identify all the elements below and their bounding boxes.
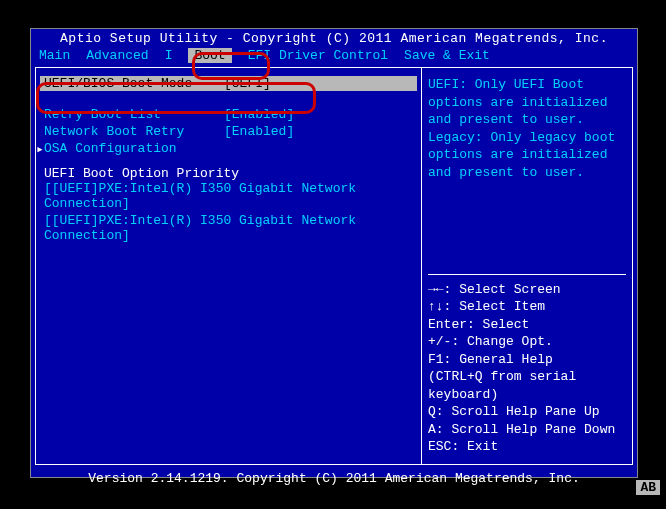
keyhelp-select-screen: →←: Select Screen bbox=[428, 281, 626, 299]
retry-boot-list-row[interactable]: Retry Boot List [Enabled] bbox=[40, 107, 417, 122]
boot-mode-row[interactable]: UEFI/BIOS Boot Mode [UEFI] bbox=[40, 76, 417, 91]
network-boot-retry-row[interactable]: Network Boot Retry [Enabled] bbox=[40, 124, 417, 139]
keyhelp-q: Q: Scroll Help Pane Up bbox=[428, 403, 626, 421]
menu-efi-driver[interactable]: EFI Driver Control bbox=[248, 48, 388, 63]
keyhelp-ctrlq2: keyboard) bbox=[428, 386, 626, 404]
network-boot-retry-value: [Enabled] bbox=[224, 124, 294, 139]
boot-mode-value: [UEFI] bbox=[224, 76, 271, 91]
header-title: Aptio Setup Utility - Copyright (C) 2011… bbox=[31, 29, 637, 48]
menu-advanced[interactable]: Advanced bbox=[86, 48, 148, 63]
retry-boot-list-value: [Enabled] bbox=[224, 107, 294, 122]
boot-mode-label: UEFI/BIOS Boot Mode bbox=[44, 76, 224, 91]
keyhelp-change-opt: +/-: Change Opt. bbox=[428, 333, 626, 351]
priority-heading: UEFI Boot Option Priority bbox=[40, 166, 417, 181]
submenu-arrow-icon: ▸ bbox=[36, 141, 44, 157]
boot-entry-0[interactable]: [[UEFI]PXE:Intel(R) I350 Gigabit Network… bbox=[40, 181, 417, 211]
network-boot-retry-label: Network Boot Retry bbox=[44, 124, 224, 139]
footer-version: Version 2.14.1219. Copyright (C) 2011 Am… bbox=[31, 469, 637, 488]
keyhelp-f1: F1: General Help bbox=[428, 351, 626, 369]
boot-entry-1[interactable]: [[UEFI]PXE:Intel(R) I350 Gigabit Network… bbox=[40, 213, 417, 243]
help-text: UEFI: Only UEFI Boot options are initial… bbox=[428, 76, 626, 268]
keyhelp-esc: ESC: Exit bbox=[428, 438, 626, 456]
menu-boot[interactable]: Boot bbox=[188, 48, 231, 63]
menu-save-exit[interactable]: Save & Exit bbox=[404, 48, 490, 63]
keyhelp-a: A: Scroll Help Pane Down bbox=[428, 421, 626, 439]
keyhelp-ctrlq1: (CTRL+Q from serial bbox=[428, 368, 626, 386]
osa-configuration-label: OSA Configuration bbox=[44, 141, 224, 156]
retry-boot-list-label: Retry Boot List bbox=[44, 107, 224, 122]
menu-i[interactable]: I bbox=[165, 48, 173, 63]
left-pane: UEFI/BIOS Boot Mode [UEFI] Retry Boot Li… bbox=[36, 68, 422, 464]
main-frame: UEFI/BIOS Boot Mode [UEFI] Retry Boot Li… bbox=[35, 67, 633, 465]
keyhelp-select-item: ↑↓: Select Item bbox=[428, 298, 626, 316]
help-divider bbox=[428, 274, 626, 275]
key-help: →←: Select Screen ↑↓: Select Item Enter:… bbox=[428, 281, 626, 456]
right-pane: UEFI: Only UEFI Boot options are initial… bbox=[422, 68, 632, 464]
osa-configuration-row[interactable]: OSA Configuration bbox=[40, 141, 417, 156]
corner-label: AB bbox=[636, 480, 660, 495]
keyhelp-enter: Enter: Select bbox=[428, 316, 626, 334]
menu-main[interactable]: Main bbox=[39, 48, 70, 63]
menu-bar: Main Advanced I Boot EFI Driver Control … bbox=[31, 48, 637, 63]
bios-screen: Aptio Setup Utility - Copyright (C) 2011… bbox=[30, 28, 638, 478]
